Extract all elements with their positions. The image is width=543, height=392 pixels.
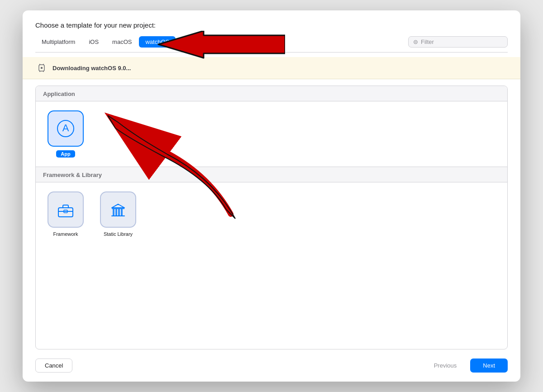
filter-input[interactable]: Filter bbox=[421, 38, 434, 45]
svg-point-5 bbox=[41, 67, 43, 69]
tab-macos[interactable]: macOS bbox=[106, 36, 138, 48]
footer-right: Previous Next bbox=[425, 359, 508, 373]
framework-icon bbox=[56, 200, 76, 220]
download-text: Downloading watchOS 9.0... bbox=[52, 65, 131, 72]
next-button[interactable]: Next bbox=[470, 359, 508, 373]
filter-icon: ⊜ bbox=[413, 38, 418, 45]
watch-icon bbox=[35, 62, 48, 74]
application-template-grid: A App bbox=[36, 101, 507, 167]
static-library-label: Static Library bbox=[104, 231, 133, 237]
template-content-area: Application A App Framework & Library bbox=[35, 86, 508, 349]
cancel-button[interactable]: Cancel bbox=[35, 359, 72, 373]
template-framework[interactable]: Framework bbox=[43, 191, 88, 237]
app-label: App bbox=[56, 150, 75, 158]
framework-icon-box bbox=[48, 191, 84, 228]
application-section-header: Application bbox=[36, 86, 507, 101]
dialog-title: Choose a template for your new project: bbox=[35, 21, 508, 29]
svg-rect-13 bbox=[113, 209, 114, 216]
download-banner: Downloading watchOS 9.0... bbox=[23, 57, 520, 79]
svg-rect-14 bbox=[115, 209, 117, 216]
app-icon-box: A bbox=[48, 110, 84, 147]
project-template-dialog: Choose a template for your new project: … bbox=[23, 10, 520, 382]
template-static-library[interactable]: Static Library bbox=[95, 191, 141, 237]
template-app[interactable]: A App bbox=[43, 110, 88, 158]
library-icon bbox=[108, 200, 128, 220]
tab-filter-row: Multiplatform iOS macOS watchOS ⊜ Filter bbox=[35, 36, 508, 53]
previous-button[interactable]: Previous bbox=[425, 359, 466, 372]
framework-section-header: Framework & Library bbox=[36, 167, 507, 182]
svg-rect-8 bbox=[58, 208, 73, 217]
filter-box[interactable]: ⊜ Filter bbox=[408, 36, 508, 48]
svg-rect-15 bbox=[118, 209, 120, 216]
framework-label: Framework bbox=[53, 231, 78, 237]
tab-ios[interactable]: iOS bbox=[82, 36, 105, 48]
app-store-icon: A bbox=[56, 119, 76, 139]
svg-rect-16 bbox=[121, 209, 123, 216]
framework-template-grid: Framework Static Library bbox=[36, 182, 507, 246]
tab-group: Multiplatform iOS macOS watchOS bbox=[35, 36, 176, 48]
svg-text:A: A bbox=[62, 122, 69, 134]
dialog-footer: Cancel Previous Next bbox=[35, 357, 508, 373]
library-icon-box bbox=[100, 191, 136, 228]
tab-multiplatform[interactable]: Multiplatform bbox=[35, 36, 81, 48]
tab-watchos[interactable]: watchOS bbox=[139, 36, 176, 48]
